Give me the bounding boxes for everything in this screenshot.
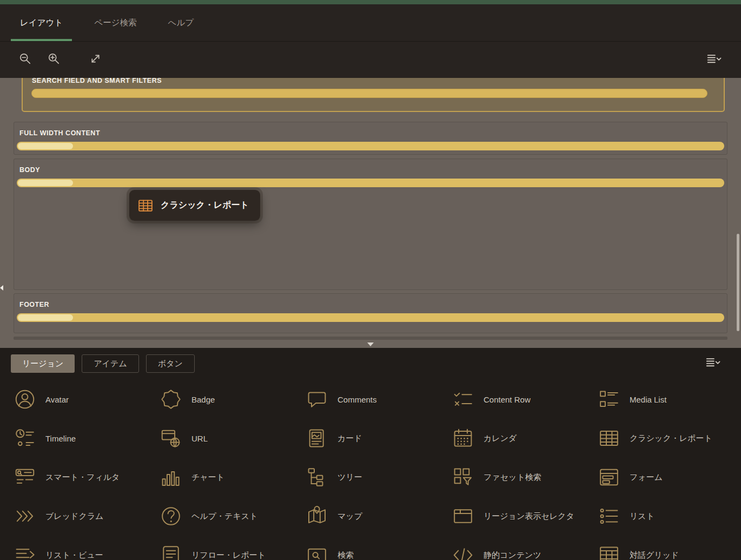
gallery-menu-button[interactable] [702,354,724,373]
gallery-tab-regions[interactable]: リージョン [11,354,75,373]
chevron-left-icon [0,285,3,291]
gallery-item-label: カレンダ [484,433,517,444]
classic-report-icon [137,197,154,214]
gallery-item[interactable]: フォーム [598,466,741,489]
gallery-item-label: ヘルプ・テキスト [191,511,257,522]
media-list-icon [598,388,620,411]
region-label: FULL WIDTH CONTENT [14,122,727,137]
tree-icon [306,466,328,489]
tab-layout[interactable]: レイアウト [11,4,72,41]
zoom-out-button[interactable] [13,48,37,72]
reflow-report-icon [160,544,182,560]
gallery-item[interactable]: Media List [598,388,741,411]
drag-ghost-label: クラシック・レポート [161,200,249,211]
gallery-item[interactable]: リージョン表示セレクタ [452,505,598,528]
layout-toolbar [0,41,741,78]
gallery-item[interactable]: URL [160,427,306,450]
editor-tabbar: レイアウト ページ検索 ヘルプ [0,4,741,41]
gallery-item[interactable]: ブレッドクラム [14,505,160,528]
region-footer[interactable]: FOOTER [14,293,727,333]
hamburger-menu-icon [705,354,721,373]
timeline-icon [14,427,36,450]
splitter-chevron-down-icon[interactable] [367,342,374,346]
search-icon [306,544,328,560]
url-icon [160,427,182,450]
gallery-item[interactable]: Comments [306,388,452,411]
gallery-item[interactable]: チャート [160,466,306,489]
region-search-field-and-smart-filters[interactable]: SEARCH FIELD AND SMART FILTERS [22,78,725,112]
gallery-item-label: リージョン表示セレクタ [484,511,574,522]
region-body[interactable]: BODY クラシック・レポート [14,159,727,290]
gallery-item[interactable]: ツリー [306,466,452,489]
region-display-selector-icon [452,505,474,528]
chart-icon [160,466,182,489]
gallery-item[interactable]: クラシック・レポート [598,427,741,450]
gallery-item[interactable]: スマート・フィルタ [14,466,160,489]
gallery-item-label: 静的コンテンツ [484,550,541,560]
region-full-width-content[interactable]: FULL WIDTH CONTENT [14,122,727,155]
gallery-item-label: Badge [191,395,215,404]
smart-filter-icon [14,466,36,489]
list-icon [598,505,620,528]
gallery-item[interactable]: ヘルプ・テキスト [160,505,306,528]
gallery-grid: Avatar Badge Comments Content Row Media … [14,380,741,560]
search-field-placeholder[interactable] [31,89,707,98]
gallery-item-label: リスト・ビュー [45,550,103,560]
gallery-tab-regions-label: リージョン [22,359,63,369]
gallery-item-label: Media List [630,395,666,404]
gallery-item-label: リスト [630,511,654,522]
gallery-item[interactable]: リスト [598,505,741,528]
gallery-tab-buttons[interactable]: ボタン [146,354,195,373]
region-bar[interactable] [17,313,724,322]
zoom-in-button[interactable] [42,48,65,72]
zoom-in-icon [47,51,61,68]
gallery-item[interactable]: マップ [306,505,452,528]
gallery-item-label: ツリー [338,472,362,483]
top-accent-strip [0,0,741,4]
region-bar-segment [18,180,73,186]
expand-button[interactable] [83,48,107,72]
gallery-item[interactable]: カード [306,427,452,450]
map-icon [306,505,328,528]
breadcrumb-icon [14,505,36,528]
gallery-tabbar: リージョン アイテム ボタン [0,348,741,373]
interactive-grid-icon [598,544,620,560]
gallery-item[interactable]: Badge [160,388,306,411]
gallery-tab-items[interactable]: アイテム [82,354,138,373]
tab-page-search[interactable]: ページ検索 [85,4,145,41]
gallery-item[interactable]: リスト・ビュー [14,544,160,560]
list-view-icon [14,544,36,560]
drag-ghost-classic-report[interactable]: クラシック・レポート [129,190,260,221]
next-region-edge [14,337,727,340]
gallery-item[interactable]: 対話グリッド [598,544,741,560]
gallery-tab-items-label: アイテム [94,359,127,369]
gallery-item-label: フォーム [630,472,663,483]
vertical-scrollbar-thumb[interactable] [737,234,739,331]
collapse-left-panel-handle[interactable] [0,282,5,293]
gallery-item-label: リフロー・レポート [191,550,266,560]
tab-page-search-label: ページ検索 [94,17,136,29]
gallery-item[interactable]: Timeline [14,427,160,450]
layout-canvas[interactable]: SEARCH FIELD AND SMART FILTERS FULL WIDT… [0,78,741,348]
tab-help[interactable]: ヘルプ [159,4,203,41]
layout-menu-button[interactable] [703,49,725,71]
gallery-item-label: Avatar [45,395,69,404]
tab-help-label: ヘルプ [168,17,194,29]
gallery-item[interactable]: カレンダ [452,427,598,450]
region-bar-segment [18,143,73,149]
gallery-item-label: Content Row [484,395,531,404]
gallery-item[interactable]: リフロー・レポート [160,544,306,560]
hamburger-menu-icon [706,51,722,69]
gallery-item-label: チャート [191,472,224,483]
region-bar[interactable] [17,142,724,150]
gallery-item[interactable]: 検索 [306,544,452,560]
region-bar[interactable] [17,179,724,187]
page-designer-layout: レイアウト ページ検索 ヘルプ SEARCH FIELD AND SMART F… [0,0,741,560]
region-label: FOOTER [14,294,727,308]
gallery-item[interactable]: ファセット検索 [452,466,598,489]
gallery-item[interactable]: 静的コンテンツ [452,544,598,560]
form-icon [598,466,620,489]
gallery-item[interactable]: Avatar [14,388,160,411]
gallery-item[interactable]: Content Row [452,388,598,411]
region-bar-segment [18,314,73,321]
